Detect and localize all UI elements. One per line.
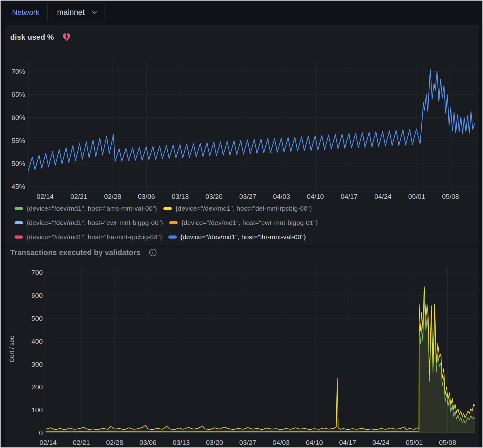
y-axis-tick-label: 45% — [11, 183, 25, 190]
x-axis-tick-label: 04/03 — [273, 439, 290, 446]
transactions-chart[interactable]: 02/1402/2102/2803/0603/1303/2003/2704/03… — [5, 259, 480, 448]
x-axis-tick-label: 03/27 — [239, 193, 256, 200]
disk-used-legend: {device="/dev/md1", host="ams-mnt-val-00… — [15, 204, 418, 241]
y-axis-tick-label: 700 — [31, 269, 43, 276]
x-axis-tick-label: 05/01 — [406, 439, 423, 446]
legend-label: {device="/dev/md1", host="ewr-mnt-bigpg-… — [27, 219, 163, 226]
x-axis-tick-label: 02/14 — [40, 439, 57, 446]
x-axis-tick-label: 02/28 — [104, 193, 121, 200]
disk-used-chart[interactable]: 02/1402/2102/2803/0603/1303/2003/2704/03… — [5, 57, 480, 206]
x-axis-tick-label: 02/21 — [73, 439, 90, 446]
x-axis-tick-label: 03/20 — [206, 439, 223, 446]
x-axis-tick-label: 05/01 — [408, 193, 425, 200]
y-axis-tick-label: 60% — [11, 114, 25, 122]
x-axis-tick-label: 04/10 — [306, 439, 323, 446]
legend-item[interactable]: {device="/dev/md1", host="ams-mnt-val-00… — [15, 204, 157, 213]
y-axis-tick-label: 65% — [11, 91, 25, 98]
network-value-text: mainnet — [57, 8, 85, 17]
y-axis-tick-label: 50% — [11, 160, 25, 168]
x-axis-tick-label: 04/17 — [339, 439, 356, 446]
series-fill — [46, 287, 475, 433]
legend-label: {device="/dev/md1", host="lhr-mnt-val-00… — [180, 233, 306, 241]
network-variable-dropdown[interactable]: mainnet — [49, 3, 104, 21]
legend-swatch — [15, 235, 23, 239]
legend-item[interactable]: {device="/dev/md1", host="del-mnt-rpcbig… — [163, 204, 312, 213]
x-axis-tick-label: 05/08 — [439, 439, 456, 446]
legend-swatch — [163, 207, 172, 210]
legend-item[interactable]: {device="/dev/md1", host="lhr-mnt-val-00… — [168, 232, 306, 241]
x-axis-tick-label: 03/20 — [206, 193, 223, 200]
y-axis-title: Cert / sec — [8, 336, 15, 363]
x-axis-tick-label: 02/14 — [37, 193, 54, 200]
panel-transactions: Transactions executed by validators 02/1… — [5, 247, 479, 448]
network-variable-label: Network — [4, 3, 48, 21]
legend-label: {device="/dev/md1", host="fra-mnt-rpcbig… — [27, 233, 162, 241]
series-fill — [46, 298, 475, 433]
x-axis-tick-label: 03/13 — [172, 193, 189, 200]
y-axis-tick-label: 100 — [31, 406, 43, 414]
series-line — [28, 69, 475, 171]
legend-label: {device="/dev/md1", host="del-mnt-rpcbig… — [175, 205, 312, 212]
legend-label: {device="/dev/md1", host="ewr-mnt-bigpg-… — [181, 219, 318, 226]
legend-swatch — [15, 221, 23, 224]
x-axis-tick-label: 03/06 — [140, 439, 157, 446]
dashboard: Network mainnet disk used % 02/1402/2102… — [0, 0, 483, 448]
legend-swatch — [15, 207, 23, 210]
y-axis-tick-label: 400 — [31, 338, 43, 345]
x-axis-tick-label: 04/24 — [372, 439, 389, 446]
panel-title-disk-used[interactable]: disk used % — [10, 33, 54, 42]
info-icon[interactable] — [149, 249, 157, 257]
x-axis-tick-label: 02/28 — [106, 439, 123, 446]
legend-item[interactable]: {device="/dev/md1", host="ewr-mnt-bigpg-… — [15, 218, 163, 227]
panel-disk-used: disk used % 02/1402/2102/2803/0603/1303/… — [5, 25, 479, 246]
y-axis-tick-label: 0 — [39, 429, 43, 437]
series-line — [46, 287, 475, 430]
x-axis-tick-label: 05/08 — [442, 193, 459, 200]
x-axis-tick-label: 04/03 — [273, 193, 290, 200]
y-axis-tick-label: 300 — [31, 361, 43, 368]
series-line — [46, 298, 475, 432]
y-axis-tick-label: 500 — [31, 315, 43, 322]
legend-swatch — [168, 235, 177, 239]
x-axis-tick-label: 04/17 — [341, 193, 358, 200]
x-axis-tick-label: 04/24 — [374, 193, 392, 200]
x-axis-tick-label: 02/21 — [70, 193, 87, 200]
legend-swatch — [169, 221, 178, 224]
network-label-text: Network — [12, 8, 39, 17]
legend-item[interactable]: {device="/dev/md1", host="fra-mnt-rpcbig… — [15, 232, 162, 241]
broken-heart-icon — [61, 32, 72, 42]
legend-item[interactable]: {device="/dev/md1", host="ewr-mnt-bigpg-… — [169, 218, 318, 227]
legend-label: {device="/dev/md1", host="ams-mnt-val-00… — [27, 205, 157, 212]
x-axis-tick-label: 03/06 — [138, 193, 155, 200]
chevron-down-icon — [92, 9, 97, 14]
x-axis-tick-label: 04/10 — [307, 193, 324, 200]
y-axis-tick-label: 600 — [31, 292, 43, 299]
panel-title-transactions[interactable]: Transactions executed by validators — [10, 248, 141, 257]
x-axis-tick-label: 03/13 — [173, 439, 190, 446]
x-axis-tick-label: 03/27 — [239, 439, 256, 446]
y-axis-tick-label: 200 — [31, 383, 43, 391]
y-axis-tick-label: 70% — [11, 68, 25, 75]
y-axis-tick-label: 55% — [11, 137, 25, 145]
